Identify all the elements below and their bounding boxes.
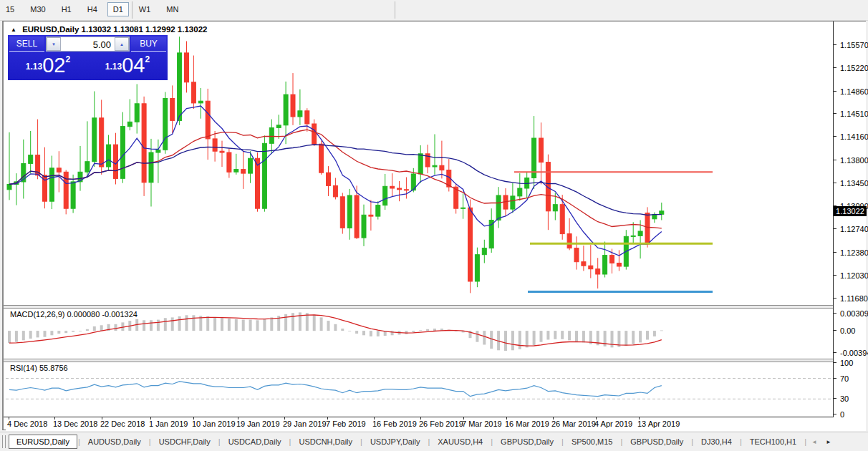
chart-tab-tech100-h1[interactable]: TECH100,H1: [743, 435, 804, 448]
one-click-trading-panel: SELL ▼ 5.00 ▲ BUY 1.13022 1.13042: [8, 35, 168, 80]
timeframe-button-h4[interactable]: H4: [82, 2, 103, 16]
axis-tick-label: 1.15220: [840, 64, 868, 72]
axis-tick-label: 0.00: [840, 326, 855, 335]
toolbar-separator: [132, 1, 132, 19]
date-label: 7 Feb 2019: [326, 420, 366, 428]
tabs-scroll-right-icon[interactable]: ►: [821, 437, 836, 447]
chart-tab-gbpusd-daily[interactable]: GBPUSD,Daily: [493, 435, 561, 448]
timeframe-button-15[interactable]: 15: [0, 2, 20, 16]
date-label: 4 Apr 2019: [594, 420, 632, 428]
chart-tab-gbpusd-daily[interactable]: GBPUSD,Daily: [623, 435, 690, 448]
volume-value[interactable]: 5.00: [61, 37, 115, 51]
date-label: 16 Mar 2019: [505, 420, 549, 428]
chart-tab-bar: EURUSD,Daily|AUDUSD,Daily|USDCHF,Daily|U…: [0, 432, 868, 451]
date-label: 22 Dec 2018: [100, 420, 145, 428]
axis-tick: [834, 362, 836, 363]
volume-decrease-button[interactable]: ▼: [47, 37, 61, 51]
timeframe-button-w1[interactable]: W1: [133, 2, 157, 16]
date-label: 10 Jan 2019: [192, 420, 236, 428]
date-label: 13 Apr 2019: [637, 420, 680, 428]
axis-tick: [834, 91, 836, 92]
axis-tick: [834, 313, 836, 314]
chart-tab-audusd-daily[interactable]: AUDUSD,Daily: [81, 435, 148, 448]
chart-tab-usdcnh-daily[interactable]: USDCNH,Daily: [291, 435, 360, 448]
axis-tick: [834, 44, 836, 45]
spin-down-icon: ▼: [52, 42, 56, 47]
axis-tick-label: 0: [840, 410, 844, 419]
toolbar-separator: [395, 1, 395, 19]
axis-tick: [834, 330, 836, 331]
timeframe-button-mn[interactable]: MN: [160, 2, 184, 16]
buy-price-display[interactable]: 1.13042: [89, 53, 166, 79]
date-label: 13 Dec 2018: [53, 420, 97, 428]
axis-tick-label: 1.11680: [840, 294, 868, 303]
rsi-line: [9, 382, 662, 397]
axis-tick-label: 1.15570: [840, 41, 868, 49]
date-label: 16 Feb 2019: [372, 420, 417, 428]
rsi-pane-svg[interactable]: [6, 362, 833, 416]
price-axis: 1.13022 1.155701.152201.148601.145101.14…: [834, 21, 866, 431]
trading-terminal: 15M30H1H4D1W1MN ▲ EURUSD,Daily 1.13032 1…: [0, 0, 868, 451]
chart-tab-eurusd-daily[interactable]: EURUSD,Daily: [9, 435, 77, 449]
date-label: 26 Mar 2019: [551, 420, 596, 428]
chart-tab-dj30-h4[interactable]: DJ30,H4: [694, 435, 739, 448]
timeframe-button-h1[interactable]: H1: [56, 2, 77, 16]
timeframe-button-d1[interactable]: D1: [107, 2, 129, 16]
buy-price-prefix: 1.13: [105, 62, 122, 72]
axis-tick: [834, 352, 836, 353]
axis-tick: [834, 228, 836, 229]
axis-tick-label: 1.14160: [840, 132, 868, 141]
chart-title: ▲ EURUSD,Daily 1.13032 1.13081 1.12992 1…: [11, 25, 207, 34]
axis-tick: [834, 378, 836, 379]
axis-tick-label: 1.14860: [840, 87, 868, 96]
timeframe-button-m30[interactable]: M30: [24, 2, 51, 16]
axis-tick: [834, 113, 836, 114]
axis-tick: [834, 298, 836, 299]
axis-tick-label: 30: [840, 394, 849, 403]
buy-button[interactable]: BUY: [131, 37, 166, 52]
chart-tab-xauusd-h4[interactable]: XAUUSD,H4: [430, 435, 490, 448]
volume-spinner: ▼ 5.00 ▲: [46, 37, 130, 52]
axis-tick-label: 100: [840, 359, 853, 367]
chart-tab-usdchf-daily[interactable]: USDCHF,Daily: [152, 435, 218, 448]
date-label: 29 Jan 2019: [283, 420, 327, 428]
sell-price-sup: 2: [65, 54, 70, 64]
rsi-label: RSI(14) 55.8756: [10, 364, 68, 372]
macd-label: MACD(12,26,9) 0.000080 -0.001324: [10, 310, 138, 319]
axis-tick: [834, 160, 836, 160]
axis-tick-label: 1.12030: [840, 271, 868, 280]
timeframe-toolbar: 15M30H1H4D1W1MN: [0, 0, 868, 21]
date-label: 19 Jan 2019: [236, 420, 280, 428]
axis-tick-label: 1.14510: [840, 110, 868, 118]
chart-title-ohlc: 1.13032 1.13081 1.12992 1.13022: [82, 25, 208, 34]
axis-tick-label: 1.12380: [840, 248, 868, 257]
chart-tabs: EURUSD,Daily|AUDUSD,Daily|USDCHF,Daily|U…: [9, 435, 807, 449]
sell-price-big: 02: [42, 54, 65, 77]
axis-tick-label: 1.12740: [840, 225, 868, 233]
axis-tick: [834, 275, 836, 276]
tab-bar-gripper[interactable]: [2, 435, 6, 448]
date-label: 1 Jan 2019: [149, 420, 188, 428]
sell-price-prefix: 1.13: [26, 62, 42, 72]
chart-tab-sp500-m15[interactable]: SP500,M15: [564, 435, 619, 448]
axis-tick-label: 1.13450: [840, 179, 868, 188]
axis-tick: [834, 252, 836, 253]
axis-tick: [834, 398, 836, 399]
axis-tick-label: 0.003095: [840, 309, 868, 318]
chart-tab-usdjpy-daily[interactable]: USDJPY,Daily: [363, 435, 428, 448]
spin-up-icon: ▲: [120, 42, 124, 47]
date-label: 26 Feb 2019: [419, 420, 463, 428]
sell-price-display[interactable]: 1.13022: [9, 53, 87, 79]
date-axis: 4 Dec 201813 Dec 201822 Dec 20181 Jan 20…: [6, 417, 834, 431]
axis-tick: [834, 414, 836, 414]
buy-price-big: 04: [122, 54, 145, 77]
axis-tick-label: 70: [840, 374, 849, 383]
chart-window: ▲ EURUSD,Daily 1.13032 1.13081 1.12992 1…: [2, 21, 866, 430]
axis-tick-label: 1.13800: [840, 156, 868, 165]
chart-collapse-icon[interactable]: ▲: [11, 26, 16, 33]
volume-increase-button[interactable]: ▲: [115, 37, 129, 51]
tabs-scroll-left-icon[interactable]: ◄: [807, 437, 821, 447]
sell-button[interactable]: SELL: [9, 37, 44, 52]
timeframe-buttons: 15M30H1H4D1W1MN: [0, 2, 184, 16]
chart-tab-usdcad-daily[interactable]: USDCAD,Daily: [221, 435, 289, 448]
